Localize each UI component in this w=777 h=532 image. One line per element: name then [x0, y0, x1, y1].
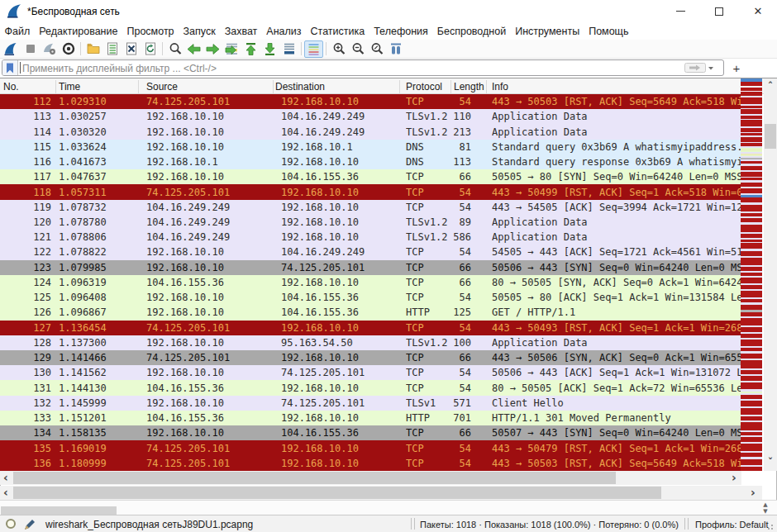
scroll-up-icon[interactable]: ˆ — [764, 81, 777, 93]
resize-columns-icon[interactable] — [386, 40, 405, 58]
zoom-reset-icon[interactable] — [367, 40, 386, 58]
packet-time: 1.151201 — [59, 412, 107, 424]
column-divider[interactable] — [486, 80, 487, 93]
packet-row[interactable]: 1161.041673192.168.10.1192.168.10.10DNS1… — [0, 154, 741, 169]
close-file-icon[interactable] — [122, 40, 141, 58]
column-divider[interactable] — [138, 80, 139, 93]
packet-row[interactable]: 1211.078806104.16.249.249192.168.10.10TL… — [0, 230, 741, 245]
filter-bookmark-button[interactable] — [2, 60, 18, 75]
stop-capture-icon[interactable] — [21, 40, 40, 58]
packet-row[interactable]: 1351.16901974.125.205.101192.168.10.10TC… — [0, 440, 741, 455]
packet-row[interactable]: 1331.151201104.16.155.36192.168.10.10HTT… — [0, 411, 741, 425]
menu-wireless[interactable]: Беспроводной — [432, 24, 510, 39]
detail-pane-hscrollbar[interactable]: ‹ › — [0, 486, 762, 500]
vertical-scrollbar[interactable]: ˆ ˇ — [764, 78, 777, 471]
tiny-scroll-arrows[interactable]: ▲▼ — [760, 501, 771, 515]
menu-file[interactable]: Файл — [0, 24, 35, 39]
packet-row[interactable]: 1191.078732104.16.249.249192.168.10.10TC… — [0, 200, 741, 215]
packet-row[interactable]: 1251.096408192.168.10.10104.16.155.36TCP… — [0, 290, 741, 305]
find-packet-icon[interactable] — [165, 40, 184, 58]
menu-analyze[interactable]: Анализ — [262, 24, 306, 39]
packet-proto: HTTP — [406, 306, 430, 318]
scroll-down-icon[interactable]: ˇ — [764, 457, 777, 468]
capture-comment-icon[interactable] — [24, 519, 36, 530]
scroll-right-icon[interactable]: › — [728, 472, 740, 484]
packet-row[interactable]: 1341.158135192.168.10.10104.16.155.36TCP… — [0, 425, 741, 440]
column-header-no[interactable]: No. — [3, 81, 19, 93]
capture-filters-icon[interactable] — [59, 40, 78, 58]
save-file-icon[interactable] — [102, 40, 122, 58]
column-header-source[interactable]: Source — [146, 81, 178, 93]
go-forward-icon[interactable] — [203, 40, 222, 58]
packet-row[interactable]: 1261.096867192.168.10.10104.16.155.36HTT… — [0, 305, 741, 320]
scroll-right-icon[interactable]: › — [747, 487, 759, 499]
column-divider[interactable] — [399, 80, 400, 93]
column-divider[interactable] — [55, 80, 56, 93]
menu-view[interactable]: Просмотр — [122, 24, 179, 39]
apply-filter-button[interactable] — [684, 62, 721, 74]
scroll-left-icon[interactable]: ‹ — [0, 487, 12, 499]
column-header-info[interactable]: Info — [492, 81, 508, 93]
go-first-icon[interactable] — [241, 40, 260, 58]
close-button[interactable]: ✕ — [739, 0, 777, 22]
packet-row[interactable]: 1301.141562192.168.10.1074.125.205.101TC… — [0, 365, 741, 380]
bytes-scrollbar-thumb[interactable] — [1, 506, 117, 515]
packet-row[interactable]: 1271.13645474.125.205.101192.168.10.10TC… — [0, 321, 741, 335]
packet-row[interactable]: 1171.047637192.168.10.10104.16.155.36TCP… — [0, 169, 741, 184]
capture-options-icon[interactable] — [40, 40, 59, 58]
packet-row[interactable]: 1361.18099974.125.205.101192.168.10.10TC… — [0, 456, 741, 471]
maximize-button[interactable] — [700, 0, 738, 22]
packet-proto: TCP — [406, 292, 424, 303]
packet-row[interactable]: 1151.033624192.168.10.10192.168.10.1DNS8… — [0, 140, 741, 154]
capture-filename[interactable]: wireshark_Беспроводная сетьJ89DU1.pcapng — [45, 519, 253, 530]
menu-capture[interactable]: Захват — [220, 24, 262, 39]
add-filter-button[interactable]: + — [729, 59, 744, 76]
packet-row[interactable]: 1141.030320192.168.10.10104.16.249.249TL… — [0, 124, 741, 139]
hscrollbar-thumb[interactable] — [13, 487, 661, 499]
go-to-packet-icon[interactable] — [222, 40, 241, 58]
resize-grip[interactable] — [767, 522, 775, 530]
menu-telephony[interactable]: Телефония — [369, 24, 433, 39]
packet-row[interactable]: 1321.145999192.168.10.1074.125.205.101TL… — [0, 396, 741, 411]
hscrollbar-thumb[interactable] — [13, 472, 616, 484]
auto-scroll-icon[interactable] — [279, 40, 298, 58]
bytes-pane-scrollbar[interactable]: ▲▼ — [0, 500, 777, 515]
packet-row[interactable]: 1241.096319104.16.155.36192.168.10.10TCP… — [0, 275, 741, 290]
column-header-length[interactable]: Length — [454, 81, 484, 93]
packet-minimap[interactable] — [741, 78, 762, 471]
packet-row[interactable]: 1181.05731174.125.205.101192.168.10.10TC… — [0, 184, 741, 199]
open-file-icon[interactable] — [83, 40, 102, 58]
menu-go[interactable]: Запуск — [179, 24, 220, 39]
go-back-icon[interactable] — [184, 40, 203, 58]
packet-row[interactable]: 1221.078822192.168.10.10104.16.249.249TC… — [0, 245, 741, 259]
column-divider[interactable] — [450, 80, 451, 93]
scroll-left-icon[interactable]: ‹ — [0, 472, 12, 484]
start-capture-icon[interactable] — [2, 40, 21, 58]
zoom-in-icon[interactable] — [329, 40, 348, 58]
menu-tools[interactable]: Инструменты — [511, 24, 584, 39]
menu-help[interactable]: Помощь — [584, 24, 633, 39]
menu-statistics[interactable]: Статистика — [306, 24, 369, 39]
packet-row[interactable]: 1291.14146674.125.205.101192.168.10.10TC… — [0, 350, 741, 365]
expert-info-icon[interactable] — [6, 519, 16, 529]
reload-file-icon[interactable] — [141, 40, 160, 58]
colorize-icon[interactable] — [304, 40, 323, 58]
column-header-time[interactable]: Time — [59, 81, 80, 93]
column-header-protocol[interactable]: Protocol — [406, 81, 442, 93]
minimize-button[interactable] — [661, 0, 699, 22]
go-last-icon[interactable] — [260, 40, 279, 58]
display-filter-input[interactable]: Применить дисплейный фильтр ... <Ctrl-/> — [2, 59, 724, 76]
vertical-scrollbar-thumb[interactable] — [765, 124, 776, 149]
packet-row[interactable]: 1281.137300192.168.10.1095.163.54.50TLSv… — [0, 335, 741, 350]
packet-row[interactable]: 1131.030257192.168.10.10104.16.249.249TL… — [0, 109, 741, 124]
packet-row[interactable]: 1231.079985192.168.10.1074.125.205.101TC… — [0, 260, 741, 275]
packet-row[interactable]: 1121.02931074.125.205.101192.168.10.10TC… — [0, 94, 741, 109]
packet-row[interactable]: 1311.144130104.16.155.36192.168.10.10TCP… — [0, 380, 741, 395]
column-divider[interactable] — [273, 80, 274, 93]
menu-edit[interactable]: Редактирование — [35, 24, 122, 39]
packet-list-hscrollbar[interactable]: ‹ › — [0, 471, 741, 485]
zoom-out-icon[interactable] — [348, 40, 367, 58]
profile-label[interactable]: Профиль: Default — [695, 520, 768, 530]
packet-row[interactable]: 1201.078780104.16.249.249192.168.10.10TL… — [0, 215, 741, 230]
column-header-destination[interactable]: Destination — [275, 81, 325, 93]
